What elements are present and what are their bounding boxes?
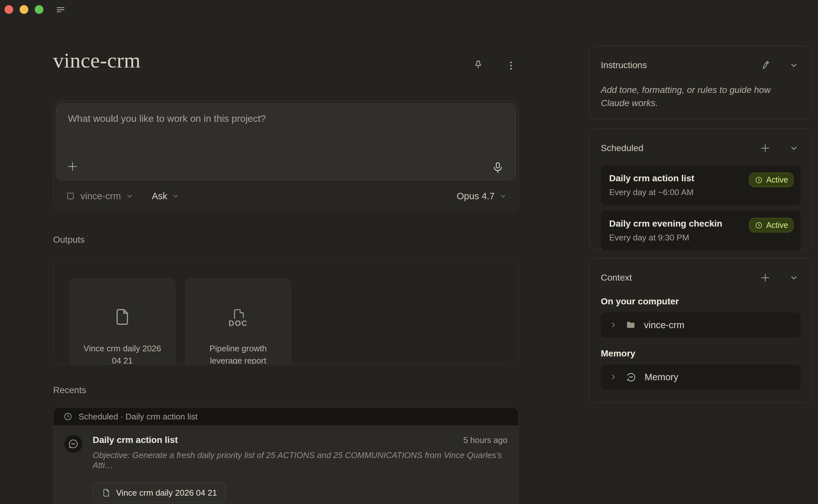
- close-window-button[interactable]: [5, 5, 13, 14]
- attachment-chip[interactable]: Vince crm daily 2026 04 21: [93, 482, 226, 503]
- sidebar-toggle-icon[interactable]: [55, 5, 66, 15]
- outputs-heading: Outputs: [53, 235, 85, 245]
- collapse-chevron-icon[interactable]: [787, 271, 801, 284]
- recent-session-card[interactable]: Scheduled · Daily crm action list Daily …: [53, 408, 519, 504]
- chat-bubble-icon: [64, 435, 82, 453]
- message-input-placeholder: What would you like to work on in this p…: [68, 113, 504, 124]
- context-folder-label: vince-crm: [644, 320, 685, 330]
- output-file-card[interactable]: DOC Pipeline growth leverage report: [185, 279, 291, 365]
- recent-session-title: Daily crm action list: [93, 435, 178, 445]
- composer: What would you like to work on in this p…: [53, 100, 519, 212]
- kebab-menu-icon[interactable]: [503, 58, 519, 73]
- folder-icon: [625, 319, 636, 330]
- scheduled-panel: Scheduled Daily crm action list Every da…: [589, 129, 813, 249]
- scheduled-task[interactable]: Daily crm action list Every day at ~6:00…: [601, 166, 801, 205]
- status-badge: Active: [749, 218, 794, 232]
- add-schedule-plus-icon[interactable]: [758, 140, 773, 156]
- chevron-down-icon: [172, 192, 179, 200]
- recent-session-context-label: Scheduled · Daily crm action list: [78, 412, 197, 422]
- context-panel: Context On your computer vince-crm Memor…: [589, 258, 813, 403]
- project-selector-label: vince-crm: [80, 191, 121, 202]
- context-panel-title: Context: [601, 273, 632, 283]
- context-memory-row[interactable]: Memory: [601, 365, 801, 390]
- output-file-name: Vince crm daily 2026 04 21: [78, 343, 166, 365]
- memory-icon: [625, 371, 637, 383]
- doc-file-icon: DOC: [229, 307, 248, 334]
- collapse-chevron-icon[interactable]: [787, 141, 801, 155]
- scheduled-task-time: Every day at ~6:00 AM: [609, 187, 792, 197]
- scheduled-panel-title: Scheduled: [601, 143, 643, 153]
- status-badge: Active: [749, 173, 794, 187]
- output-file-name: Pipeline growth leverage report: [201, 343, 275, 365]
- scheduled-task[interactable]: Daily crm evening checkin Every day at 9…: [601, 211, 801, 250]
- pin-icon[interactable]: [470, 57, 486, 74]
- instructions-panel: Instructions Add tone, formatting, or ru…: [589, 46, 813, 119]
- status-badge-label: Active: [766, 175, 788, 185]
- add-context-plus-icon[interactable]: [758, 270, 773, 285]
- instructions-panel-title: Instructions: [601, 60, 647, 70]
- minimize-window-button[interactable]: [20, 5, 28, 14]
- recent-session-context: Scheduled · Daily crm action list: [53, 408, 518, 425]
- project-actions: [470, 57, 519, 74]
- clock-icon: [755, 221, 763, 229]
- recent-session-timestamp: 5 hours ago: [463, 435, 507, 445]
- context-section-heading: Memory: [601, 348, 801, 359]
- recents-heading: Recents: [53, 385, 86, 395]
- recent-session-body: Daily crm action list 5 hours ago Object…: [53, 425, 518, 503]
- model-selector[interactable]: Opus 4.7: [457, 191, 507, 202]
- attachment-name: Vince crm daily 2026 04 21: [116, 488, 217, 498]
- chevron-right-icon: [609, 321, 618, 329]
- project-box-icon: [65, 191, 76, 202]
- collapse-chevron-icon[interactable]: [787, 59, 801, 72]
- recent-session-summary: Objective: Generate a fresh daily priori…: [93, 450, 507, 470]
- page-title: vince-crm: [53, 48, 141, 73]
- status-badge-label: Active: [766, 221, 788, 230]
- context-memory-label: Memory: [645, 372, 678, 383]
- chevron-down-icon: [125, 192, 134, 200]
- outputs-container: Vince crm daily 2026 04 21 DOC Pipeline …: [53, 258, 519, 365]
- chevron-down-icon: [499, 192, 507, 200]
- mode-selector-label: Ask: [152, 191, 167, 202]
- clock-icon: [63, 412, 73, 421]
- mic-icon[interactable]: [491, 161, 504, 174]
- scheduled-task-time: Every day at 9:30 PM: [609, 233, 792, 243]
- zoom-window-button[interactable]: [35, 5, 43, 14]
- context-folder-row[interactable]: vince-crm: [601, 312, 801, 337]
- document-icon: [101, 488, 111, 498]
- model-selector-label: Opus 4.7: [457, 191, 495, 202]
- composer-toolbar: vince-crm Ask Opus 4.7: [56, 180, 516, 212]
- message-input[interactable]: What would you like to work on in this p…: [56, 103, 516, 180]
- clock-icon: [755, 176, 763, 184]
- pencil-icon[interactable]: [758, 58, 773, 73]
- attach-plus-icon[interactable]: [66, 160, 79, 173]
- project-selector[interactable]: vince-crm: [65, 191, 134, 202]
- document-icon: [112, 307, 132, 334]
- output-file-card[interactable]: Vince crm daily 2026 04 21: [69, 279, 175, 365]
- window-controls: [5, 5, 43, 14]
- context-section-heading: On your computer: [601, 296, 801, 307]
- doc-badge-label: DOC: [229, 319, 248, 328]
- chevron-right-icon: [609, 373, 618, 381]
- mode-selector[interactable]: Ask: [152, 191, 179, 202]
- instructions-description: Add tone, formatting, or rules to guide …: [601, 84, 781, 110]
